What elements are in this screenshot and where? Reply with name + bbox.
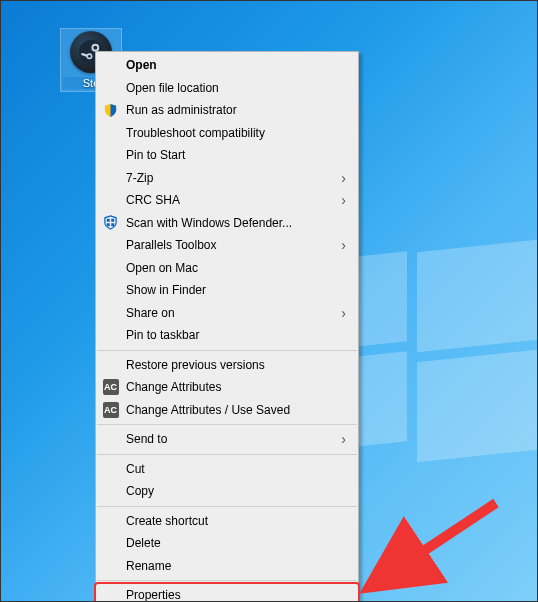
menu-item-create-shortcut[interactable]: Create shortcut — [96, 510, 358, 533]
defender-icon — [102, 214, 119, 231]
menu-item-share-on[interactable]: Share on› — [96, 302, 358, 325]
svg-point-4 — [93, 46, 97, 50]
context-menu: OpenOpen file locationRun as administrat… — [95, 51, 359, 602]
menu-item-open[interactable]: Open — [96, 54, 358, 77]
menu-separator — [97, 506, 357, 507]
menu-separator — [97, 580, 357, 581]
menu-item-label: Open file location — [126, 81, 219, 95]
menu-item-label: Show in Finder — [126, 283, 206, 297]
shield-icon — [102, 102, 119, 119]
menu-item-restore-previous-versions[interactable]: Restore previous versions — [96, 354, 358, 377]
menu-item-label: Properties — [126, 588, 181, 602]
svg-rect-6 — [111, 219, 114, 222]
menu-item-label: Change Attributes / Use Saved — [126, 403, 290, 417]
menu-item-label: Scan with Windows Defender... — [126, 216, 292, 230]
menu-separator — [97, 424, 357, 425]
menu-item-parallels-toolbox[interactable]: Parallels Toolbox› — [96, 234, 358, 257]
svg-rect-8 — [111, 224, 114, 227]
menu-item-open-file-location[interactable]: Open file location — [96, 77, 358, 100]
menu-item-show-in-finder[interactable]: Show in Finder — [96, 279, 358, 302]
menu-item-crc-sha[interactable]: CRC SHA› — [96, 189, 358, 212]
menu-item-send-to[interactable]: Send to› — [96, 428, 358, 451]
chevron-right-icon: › — [341, 305, 346, 321]
menu-separator — [97, 350, 357, 351]
menu-item-open-on-mac[interactable]: Open on Mac — [96, 257, 358, 280]
menu-item-label: Open — [126, 58, 157, 72]
menu-item-label: Change Attributes — [126, 380, 221, 394]
svg-rect-5 — [107, 219, 110, 222]
menu-item-change-attributes-use-saved[interactable]: ACChange Attributes / Use Saved — [96, 399, 358, 422]
menu-item-copy[interactable]: Copy — [96, 480, 358, 503]
menu-item-label: Share on — [126, 306, 175, 320]
menu-item-label: Parallels Toolbox — [126, 238, 217, 252]
menu-item-label: Rename — [126, 559, 171, 573]
menu-item-run-as-administrator[interactable]: Run as administrator — [96, 99, 358, 122]
menu-item-label: Run as administrator — [126, 103, 237, 117]
menu-item-scan-with-windows-defender[interactable]: Scan with Windows Defender... — [96, 212, 358, 235]
menu-item-label: Send to — [126, 432, 167, 446]
menu-item-properties[interactable]: Properties — [96, 584, 358, 602]
svg-line-10 — [401, 503, 496, 566]
menu-item-label: Cut — [126, 462, 145, 476]
menu-separator — [97, 454, 357, 455]
menu-item-cut[interactable]: Cut — [96, 458, 358, 481]
menu-item-label: Copy — [126, 484, 154, 498]
chevron-right-icon: › — [341, 170, 346, 186]
menu-item-label: Pin to taskbar — [126, 328, 199, 342]
menu-item-pin-to-start[interactable]: Pin to Start — [96, 144, 358, 167]
svg-point-2 — [88, 55, 91, 58]
menu-item-troubleshoot-compatibility[interactable]: Troubleshoot compatibility — [96, 122, 358, 145]
ac-icon: AC — [102, 401, 119, 418]
menu-item-label: Delete — [126, 536, 161, 550]
chevron-right-icon: › — [341, 192, 346, 208]
chevron-right-icon: › — [341, 431, 346, 447]
svg-rect-7 — [107, 224, 110, 227]
menu-item-label: Troubleshoot compatibility — [126, 126, 265, 140]
ac-icon: AC — [102, 379, 119, 396]
menu-item-7-zip[interactable]: 7-Zip› — [96, 167, 358, 190]
menu-item-rename[interactable]: Rename — [96, 555, 358, 578]
menu-item-label: CRC SHA — [126, 193, 180, 207]
menu-item-pin-to-taskbar[interactable]: Pin to taskbar — [96, 324, 358, 347]
menu-item-change-attributes[interactable]: ACChange Attributes — [96, 376, 358, 399]
menu-item-label: Pin to Start — [126, 148, 185, 162]
menu-item-label: Restore previous versions — [126, 358, 265, 372]
menu-item-label: Create shortcut — [126, 514, 208, 528]
chevron-right-icon: › — [341, 237, 346, 253]
menu-item-label: Open on Mac — [126, 261, 198, 275]
menu-item-label: 7-Zip — [126, 171, 153, 185]
menu-item-delete[interactable]: Delete — [96, 532, 358, 555]
